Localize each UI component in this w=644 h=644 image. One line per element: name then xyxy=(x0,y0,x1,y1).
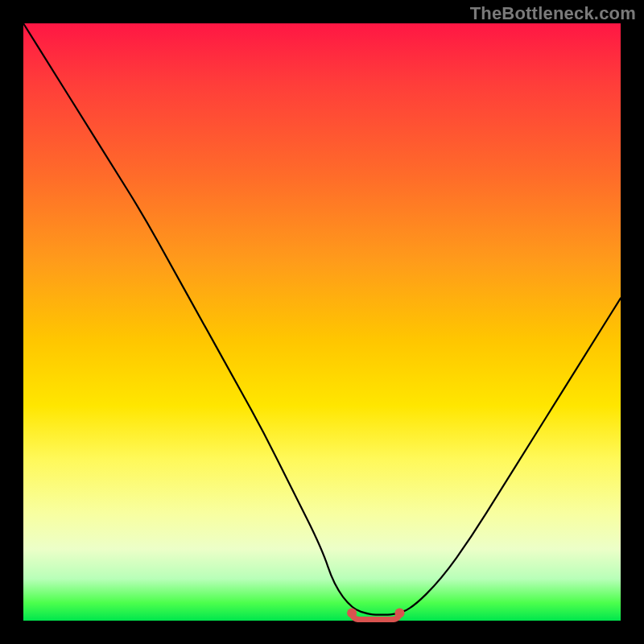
flat-region-path xyxy=(352,612,399,620)
flat-region-marker xyxy=(23,23,621,621)
flat-region-start-dot xyxy=(347,609,357,618)
chart-frame: TheBottleneck.com xyxy=(0,0,644,644)
watermark-label: TheBottleneck.com xyxy=(470,3,636,24)
plot-area xyxy=(23,23,621,621)
flat-region-end-dot xyxy=(394,609,404,618)
